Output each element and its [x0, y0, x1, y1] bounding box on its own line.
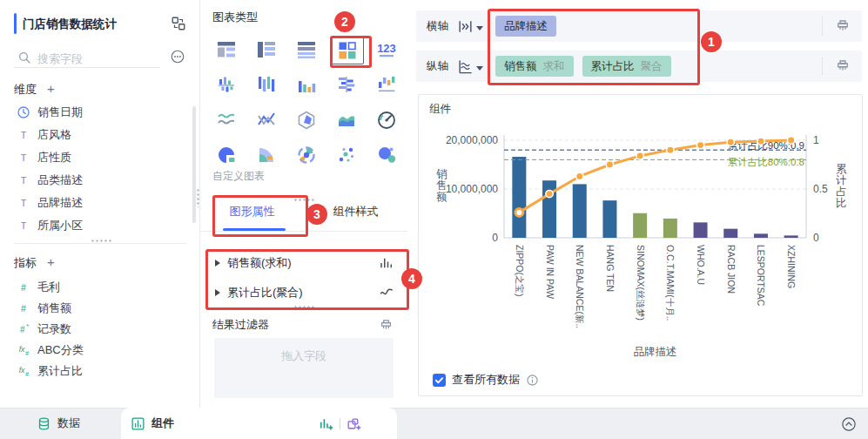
chart-type-cross-table-button[interactable] [251, 37, 282, 63]
add-chart-icon[interactable] [319, 417, 333, 432]
bar[interactable] [784, 235, 798, 238]
bar[interactable] [573, 184, 587, 238]
bar[interactable] [542, 180, 556, 238]
chart-type-multilayer-pie-button[interactable] [291, 142, 322, 168]
x-axis-type-icon[interactable] [457, 18, 474, 35]
sidebar-scrollbar[interactable] [192, 106, 196, 223]
component-icon [131, 416, 145, 431]
tab-graphic-properties[interactable]: 图形属性 [200, 200, 304, 223]
line-marker[interactable] [727, 138, 734, 145]
chart-type-detail-table-button[interactable] [291, 37, 322, 63]
line-marker[interactable] [787, 137, 794, 144]
property-row[interactable]: 累计占比(聚合) [200, 279, 407, 307]
y-axis-shelf[interactable]: 纵轴 销售额求和累计占比聚合 [416, 51, 862, 82]
chart-type-pie-button[interactable] [211, 142, 242, 168]
x-axis-shelf[interactable]: 横轴 品牌描述 [416, 10, 862, 42]
bar[interactable] [723, 229, 737, 238]
line-marker[interactable] [757, 138, 764, 145]
brush-icon[interactable] [835, 58, 851, 74]
y-axis-type-icon[interactable] [457, 58, 474, 75]
chart-type-area-range-button[interactable] [211, 107, 242, 133]
chart-type-bidirectional-bar-button[interactable] [331, 71, 362, 98]
scatter-icon [336, 145, 357, 165]
chart-type-bubble-button[interactable] [371, 142, 402, 168]
chart-type-group-table-button[interactable] [211, 37, 242, 63]
switch-dataset-icon[interactable] [171, 16, 186, 31]
chart-type-gauge-button[interactable] [371, 107, 402, 133]
line-marker[interactable] [696, 141, 703, 148]
bar[interactable] [754, 233, 768, 238]
svg-text:额: 额 [436, 191, 447, 203]
chart-type-custom-chart-button[interactable] [331, 37, 364, 64]
field-item[interactable]: T品类描述 [0, 169, 192, 192]
more-options-icon[interactable] [170, 49, 185, 64]
chart-type-combo-line-button[interactable] [251, 107, 282, 133]
field-item[interactable]: T店风格 [0, 124, 192, 146]
field-pill[interactable]: 销售额求和 [495, 56, 574, 77]
line-marker[interactable] [515, 208, 523, 216]
chart-type-scatter-button[interactable] [331, 142, 362, 168]
section-resize-handle[interactable] [91, 240, 111, 242]
tab-data[interactable]: 数据 [37, 415, 80, 431]
line-marker[interactable] [606, 161, 613, 168]
add-measure-button[interactable]: + [47, 254, 55, 269]
bar[interactable] [633, 213, 647, 238]
field-item[interactable]: T品牌描述 [0, 192, 192, 214]
custom-chart-label: 自定义图表 [212, 169, 265, 184]
bidirectional-bar-icon [336, 74, 357, 95]
bar[interactable] [602, 200, 616, 238]
line-marker[interactable] [576, 172, 583, 179]
line-marker[interactable] [667, 146, 674, 153]
field-item[interactable]: #销售额 [0, 298, 192, 319]
chart-type-area-button[interactable] [331, 107, 362, 133]
svg-text:T: T [21, 175, 27, 186]
add-component-icon[interactable] [347, 417, 361, 432]
chart-type-bidirectional-column-button[interactable] [211, 71, 242, 98]
y-axis-label: 纵轴 [427, 59, 448, 74]
combo-line-icon [256, 110, 277, 131]
shelf-divider [822, 17, 823, 36]
svg-text:LESPORTSAC: LESPORTSAC [756, 245, 766, 307]
field-item[interactable]: #毛利 [0, 277, 192, 298]
info-icon[interactable] [526, 374, 539, 387]
custom-chart-icon [337, 40, 358, 61]
chevron-down-icon[interactable] [476, 26, 483, 30]
property-row[interactable]: 销售额(求和) [200, 249, 407, 277]
svg-text:HANG TEN: HANG TEN [605, 245, 616, 292]
field-pill[interactable]: 累计占比聚合 [582, 56, 671, 77]
field-item[interactable]: #*记录数 [0, 319, 192, 340]
tab-component-style[interactable]: 组件样式 [304, 200, 407, 223]
bar[interactable] [663, 219, 677, 238]
svg-text:123: 123 [377, 42, 396, 55]
chevron-down-icon[interactable] [476, 66, 483, 71]
svg-text:售: 售 [436, 179, 447, 192]
field-item[interactable]: 销售日期 [0, 101, 192, 124]
add-dimension-button[interactable]: + [47, 81, 55, 96]
brush-icon[interactable] [379, 318, 394, 333]
chart-type-kpi-card-button[interactable]: 123 [371, 37, 402, 63]
field-pill[interactable]: 品牌描述 [495, 16, 556, 37]
search-input[interactable]: 搜索字段 [37, 51, 83, 67]
chart-type-rose-button[interactable] [251, 142, 282, 168]
chart-type-range-column-button[interactable] [251, 71, 282, 98]
panel-resize-handle[interactable] [197, 188, 199, 207]
tab-component[interactable]: 组件 [131, 415, 174, 431]
dimension-list: 销售日期T店风格T店性质T品类描述T品牌描述T所属小区 [0, 101, 192, 237]
field-item[interactable]: T所属小区 [0, 214, 192, 237]
collapse-chevron-icon[interactable] [841, 416, 857, 432]
tabbar-border [200, 231, 407, 232]
line-marker[interactable] [546, 190, 553, 197]
field-item[interactable]: fx#ABC分类 [0, 340, 192, 361]
field-item[interactable]: fx#累计占比 [0, 361, 192, 382]
bar[interactable] [694, 222, 708, 238]
line-marker[interactable] [636, 152, 643, 159]
dimensions-header: 维度+ [14, 81, 55, 98]
field-item[interactable]: T店性质 [0, 146, 192, 169]
chart-type-radar-button[interactable] [291, 107, 322, 133]
bar[interactable] [512, 157, 526, 238]
chart-type-column-button[interactable] [291, 71, 322, 98]
filter-dropzone[interactable]: 拖入字段 [214, 338, 394, 398]
brush-icon[interactable] [835, 18, 851, 34]
view-all-checkbox[interactable] [433, 374, 446, 387]
chart-type-waterfall-button[interactable] [371, 71, 402, 98]
